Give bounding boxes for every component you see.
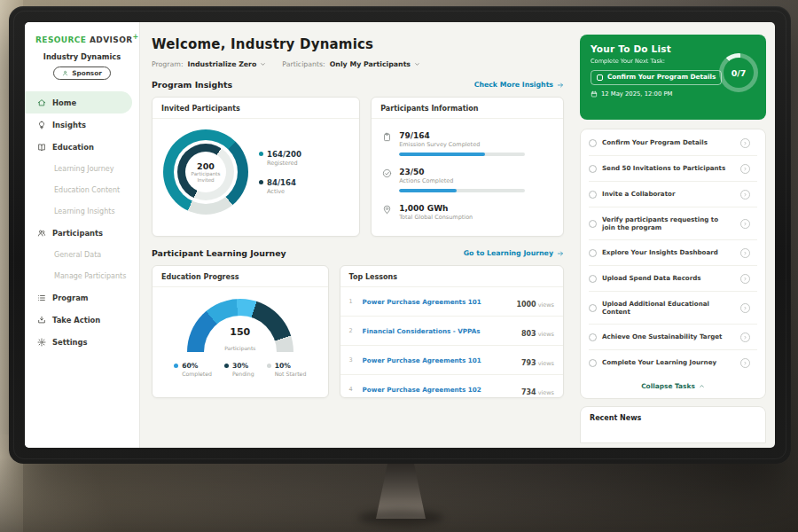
progress-bar: [399, 153, 525, 156]
sidebar-item-label: Learning Insights: [54, 207, 115, 215]
task-row[interactable]: Send 50 Invitations to Participants: [589, 156, 757, 182]
sidebar-item-label: Education: [52, 143, 94, 152]
task-open-button[interactable]: [740, 164, 750, 174]
sidebar-item-label: General Data: [54, 251, 101, 259]
lesson-title-link[interactable]: Power Purchase Agreements 101: [363, 298, 510, 306]
program-insights-cards: Invited Participants 200 Participants In…: [152, 97, 564, 237]
task-label: Explore Your Insights Dashboard: [602, 248, 735, 257]
task-row[interactable]: Invite a Collaborator: [589, 182, 757, 207]
sidebar-item-take-action[interactable]: Take Action: [25, 309, 139, 331]
sidebar-item-learning-journey[interactable]: Learning Journey: [25, 158, 139, 179]
sidebar-item-home[interactable]: Home: [25, 91, 132, 113]
collapse-tasks-button[interactable]: Collapse Tasks: [589, 375, 757, 397]
views-label: views: [538, 301, 554, 309]
program-dropdown[interactable]: Industrialize Zero: [188, 60, 267, 68]
action-icon: [37, 316, 46, 325]
list-icon: [37, 293, 46, 302]
sidebar-item-label: Learning Journey: [54, 165, 113, 173]
task-row[interactable]: Complete Your Learning Journey: [589, 350, 757, 375]
due-date: 12 May 2025, 12:00 PM: [601, 90, 672, 98]
task-checkbox[interactable]: [589, 359, 597, 367]
progress-bar-fill: [399, 153, 485, 156]
task-checkbox[interactable]: [589, 275, 597, 283]
task-label: Verify participants requesting to join t…: [602, 215, 735, 232]
task-checkbox[interactable]: [589, 139, 597, 147]
lesson-row: 4 Power Purchase Agreements 102 734views: [340, 375, 563, 398]
lesson-rank: 1: [349, 298, 356, 305]
task-open-button[interactable]: [740, 358, 750, 368]
sidebar-item-education[interactable]: Education: [25, 136, 139, 158]
lesson-title-link[interactable]: Power Purchase Agreements 102: [363, 386, 514, 394]
sidebar-item-program[interactable]: Program: [25, 286, 139, 309]
task-checkbox[interactable]: [589, 249, 597, 257]
task-open-button[interactable]: [740, 248, 750, 258]
stat-value: 79/164: [399, 131, 525, 140]
views-label: views: [538, 360, 554, 367]
task-open-button[interactable]: [740, 138, 750, 148]
chevron-down-icon: [260, 61, 266, 67]
task-checkbox[interactable]: [589, 191, 597, 199]
chevron-right-icon: [743, 306, 747, 310]
sidebar-item-learning-insights[interactable]: Learning Insights: [25, 200, 139, 222]
recent-news-card: Recent News: [580, 406, 766, 443]
lesson-rank: 2: [349, 327, 356, 334]
org-name: Industry Dynamics: [25, 52, 139, 61]
task-checkbox[interactable]: [589, 165, 597, 173]
sidebar-nav: Home Insights Education Learning Journey…: [25, 91, 139, 353]
task-open-button[interactable]: [740, 332, 750, 342]
participants-information-card: Participants Information 79/164 Emission…: [371, 97, 564, 237]
progress-bar-fill: [399, 189, 457, 192]
task-checkbox[interactable]: [589, 304, 597, 312]
todo-title: Your To Do List: [591, 43, 755, 54]
sidebar-item-label: Settings: [52, 338, 88, 347]
task-row[interactable]: Upload Additional Educational Content: [589, 292, 757, 325]
sidebar-item-manage-participants[interactable]: Manage Participants: [25, 265, 139, 286]
task-row[interactable]: Confirm Your Program Details: [589, 130, 757, 156]
program-filter-label: Program:: [152, 60, 184, 68]
participants-dropdown[interactable]: Only My Participants: [330, 60, 420, 68]
sidebar-item-general-data[interactable]: General Data: [25, 244, 139, 265]
sidebar-item-participants[interactable]: Participants: [25, 222, 139, 244]
lesson-title-link[interactable]: Power Purchase Agreements 101: [363, 356, 514, 364]
lesson-views: 1000: [516, 301, 536, 309]
task-label: Invite a Collaborator: [602, 190, 735, 199]
sidebar-item-insights[interactable]: Insights: [25, 113, 139, 136]
lesson-rank: 4: [349, 386, 356, 393]
task-row[interactable]: Explore Your Insights Dashboard: [589, 240, 757, 266]
task-open-button[interactable]: [740, 274, 750, 284]
dashboard-screen: RESOURCE ADVISOR+ Industry Dynamics Spon…: [25, 22, 775, 448]
next-task-row[interactable]: Confirm Your Program Details: [591, 70, 722, 85]
todo-progress-value: 0/7: [724, 58, 754, 88]
sponsor-badge[interactable]: Sponsor: [53, 66, 111, 80]
task-open-button[interactable]: [740, 190, 750, 200]
legend-dot: [174, 364, 178, 368]
go-to-learning-journey-link[interactable]: Go to Learning Journey: [464, 249, 564, 257]
people-icon: [37, 229, 46, 238]
task-checkbox[interactable]: [589, 220, 597, 228]
task-row[interactable]: Achieve One Sustainability Target: [589, 325, 757, 350]
task-row[interactable]: Verify participants requesting to join t…: [589, 207, 757, 240]
task-label: Send 50 Invitations to Participants: [602, 164, 735, 173]
sidebar-item-label: Participants: [52, 229, 103, 238]
checkbox[interactable]: [597, 74, 603, 81]
sidebar-item-label: Home: [52, 98, 76, 107]
sidebar-item-label: Education Content: [54, 186, 120, 194]
main-content: Welcome, Industry Dynamics Program: Indu…: [140, 22, 576, 448]
task-row[interactable]: Upload Spend Data Records: [589, 266, 757, 292]
legend-item-registered: 164/200 Registered: [259, 150, 301, 167]
lesson-rank: 3: [349, 356, 356, 364]
lesson-row: 2 Financial Considerations - VPPAs 803vi…: [340, 317, 563, 346]
todo-column: Your To Do List Complete Your Next Task:…: [575, 22, 775, 448]
sidebar-item-education-content[interactable]: Education Content: [25, 179, 139, 200]
brand-plus: +: [133, 33, 139, 41]
task-checkbox[interactable]: [589, 333, 597, 341]
invited-participants-card: Invited Participants 200 Participants In…: [152, 97, 360, 237]
todo-header-card: Your To Do List Complete Your Next Task:…: [580, 35, 766, 120]
task-open-button[interactable]: [740, 303, 750, 313]
sidebar-item-settings[interactable]: Settings: [25, 331, 139, 353]
legend-label: Active: [267, 188, 301, 195]
task-open-button[interactable]: [740, 219, 750, 229]
check-more-insights-link[interactable]: Check More Insights: [474, 81, 564, 89]
lesson-title-link[interactable]: Financial Considerations - VPPAs: [363, 327, 514, 335]
calendar-icon: [591, 90, 598, 98]
